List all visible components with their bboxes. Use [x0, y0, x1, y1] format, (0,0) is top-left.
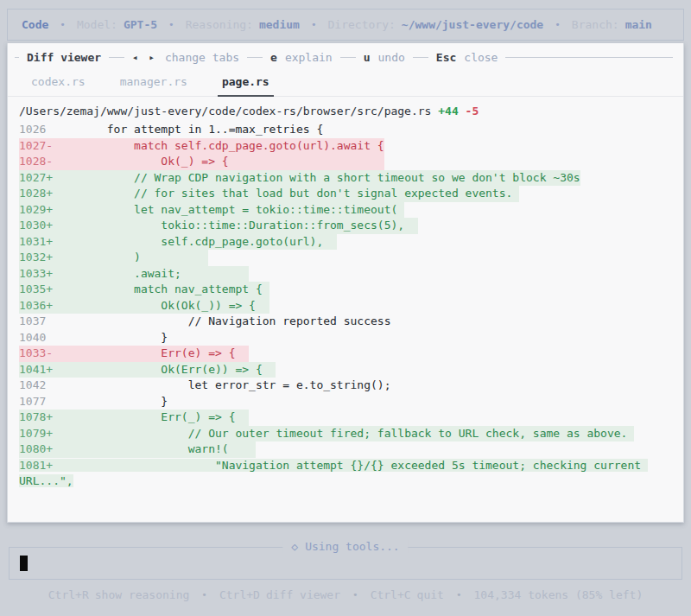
quit-shortcut-label: quit	[417, 588, 444, 601]
diff-viewer-panel: Diff viewer ◂ ▸ change tabs e explain u …	[7, 43, 684, 523]
code-text: }	[53, 331, 168, 344]
diff-viewer-header: Diff viewer ◂ ▸ change tabs e explain u …	[8, 43, 683, 64]
code-text: let nav_attempt = tokio::time::timeout(	[53, 203, 404, 216]
border-line	[15, 57, 19, 58]
code-text: for attempt in 1..=max_retries {	[53, 123, 323, 136]
line-number: 1026	[19, 123, 53, 136]
composer-status: ◇ Using tools...	[282, 540, 408, 553]
line-number: 1077	[19, 395, 53, 408]
diff-line: 1035+ match nav_attempt {	[19, 282, 678, 298]
model-value: GPT-5	[124, 18, 157, 31]
bullet-icon: •	[456, 589, 462, 600]
line-number: 1079+	[19, 427, 53, 440]
line-number: 1081+	[19, 459, 53, 472]
code-text: match nav_attempt {	[53, 283, 269, 295]
diff-shortcut-label: diff viewer	[266, 588, 340, 601]
tab-manager-rs[interactable]: manager.rs	[116, 75, 192, 96]
undo-hint: undo	[378, 51, 405, 64]
reasoning-label: Reasoning:	[186, 18, 253, 31]
diff-line: 1078+ Err(_) => {	[19, 410, 678, 426]
diamond-icon: ◇	[291, 540, 298, 553]
code-text: tokio::time::Duration::from_secs(5),	[53, 219, 418, 232]
reasoning-shortcut-label: show reasoning	[95, 588, 190, 601]
directory-label: Directory:	[328, 18, 396, 31]
line-number: 1037	[19, 314, 53, 327]
code-text: Ok(Ok(_)) => {	[53, 299, 269, 312]
code-text: Ok(_) => {	[53, 155, 384, 168]
code-text: Ok(Err(e)) => {	[53, 363, 276, 376]
statusbar: Ctrl+R show reasoning • Ctrl+D diff view…	[0, 588, 691, 601]
diff-line: 1027- match self.cdp_page.goto(url).awai…	[19, 138, 678, 155]
diff-line: 1077 }	[19, 394, 678, 410]
reasoning-shortcut: Ctrl+R	[48, 588, 89, 601]
code-text: warn!(	[53, 442, 256, 455]
line-number: 1028+	[19, 187, 53, 200]
token-usage: 104,334 tokens (85% left)	[474, 588, 643, 601]
bullet-icon: •	[168, 19, 174, 30]
branch-label: Branch:	[572, 18, 619, 31]
composer-input[interactable]: ◇ Using tools...	[9, 547, 682, 580]
quit-hint: Ctrl+C quit	[371, 588, 444, 601]
line-number: 1040	[19, 331, 53, 344]
diff-line: 1028+ // for sites that load but don't s…	[19, 186, 678, 202]
file-path: /Users/zemaj/www/just-every/code/codex-r…	[19, 105, 431, 117]
diff-line: 1033+ .await;	[19, 266, 678, 283]
bullet-icon: •	[352, 589, 358, 600]
text-cursor	[20, 556, 28, 571]
line-number: 1033+	[19, 267, 53, 280]
code-text: }	[53, 395, 168, 408]
code-text: )	[53, 251, 208, 264]
line-number: 1027+	[19, 171, 53, 184]
code-text: Err(_) => {	[53, 410, 249, 423]
model-info: Model: GPT-5	[77, 18, 157, 31]
diff-viewer-hint: Ctrl+D diff viewer	[219, 588, 340, 601]
diff-lines: 1026 for attempt in 1..=max_retries {102…	[8, 120, 683, 490]
change-tabs-hint: change tabs	[165, 51, 239, 64]
line-number: 1080+	[19, 442, 53, 455]
bullet-icon: •	[60, 19, 66, 30]
code-text: // Our outer timeout fired; fallback to …	[53, 427, 634, 440]
line-number: 1035+	[19, 283, 53, 295]
model-label: Model:	[77, 18, 117, 31]
directory-value: ~/www/just-every/code	[402, 18, 543, 31]
diff-line: 1031+ self.cdp_page.goto(url),	[19, 234, 678, 251]
esc-key: Esc	[436, 51, 456, 64]
line-number: 1030+	[19, 219, 53, 232]
app-name: Code	[22, 18, 48, 31]
tab-codex-rs[interactable]: codex.rs	[27, 75, 90, 96]
diff-line: 1041+ Ok(Err(e)) => {	[19, 362, 678, 378]
code-text: // for sites that load but don't signal …	[53, 187, 519, 200]
tab-page-rs[interactable]: page.rs	[218, 75, 274, 97]
line-number: 1027-	[19, 139, 53, 152]
line-number: 1032+	[19, 251, 53, 264]
diff-line: 1080+ warn!(	[19, 441, 678, 458]
border-line	[505, 57, 673, 58]
diff-line: 1040 }	[19, 330, 678, 346]
diff-line: 1027+ // Wrap CDP navigation with a shor…	[19, 170, 678, 187]
diff-line: 1081+ "Navigation attempt {}/{} exceeded…	[19, 458, 678, 490]
panel-title: Diff viewer	[27, 51, 101, 64]
border-line	[340, 57, 356, 58]
diff-line: 1032+ )	[19, 250, 678, 266]
additions-count: +44	[438, 105, 458, 117]
file-path-row: /Users/zemaj/www/just-every/code/codex-r…	[8, 97, 683, 120]
composer-status-text: Using tools...	[305, 540, 400, 553]
border-line	[247, 57, 263, 58]
line-number: 1029+	[19, 203, 53, 216]
code-text: // Navigation reported success	[53, 314, 390, 327]
explain-hint: explain	[285, 51, 333, 64]
diff-line: 1033- Err(e) => {	[19, 346, 678, 362]
close-hint: close	[464, 51, 498, 64]
titlebar: Code • Model: GPT-5 • Reasoning: medium …	[7, 9, 684, 41]
diff-line: 1029+ let nav_attempt = tokio::time::tim…	[19, 202, 678, 219]
tab-arrows-icon: ◂ ▸	[132, 52, 157, 63]
deletions-count: -5	[466, 105, 479, 117]
border-line	[109, 57, 124, 58]
diff-shortcut: Ctrl+D	[219, 588, 260, 601]
code-text: match self.cdp_page.goto(url).await {	[53, 139, 384, 152]
quit-shortcut: Ctrl+C	[371, 588, 411, 601]
line-number: 1078+	[19, 410, 53, 423]
border-line	[413, 57, 428, 58]
diff-line: 1030+ tokio::time::Duration::from_secs(5…	[19, 218, 678, 234]
branch-value: main	[625, 18, 652, 31]
